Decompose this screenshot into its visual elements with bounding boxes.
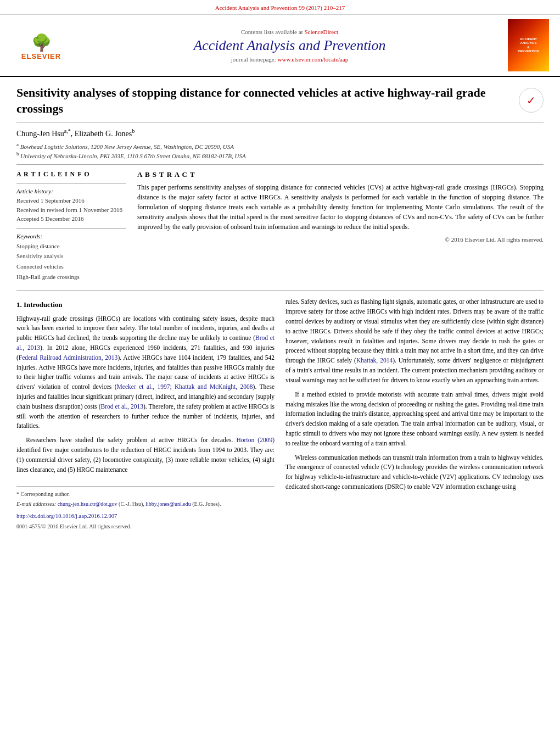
issn-line: 0001-4575/© 2016 Elsevier Ltd. All right… [16,522,275,531]
homepage-url[interactable]: www.elsevier.com/locate/aap [278,56,349,63]
article-info-abstract-section: A R T I C L E I N F O Article history: R… [16,164,544,282]
article-title-section: Sensitivity analyses of stopping distanc… [16,85,544,122]
body-col-left: 1. Introduction Highway-rail grade cross… [16,297,275,532]
authors-line: Chung-Jen Hsua,*, Elizabeth G. Jonesb [16,128,544,138]
ref-brod2013b[interactable]: Brod et al., 2013 [100,403,143,410]
author-b-name: Jones [115,130,132,138]
ref-khattak2014[interactable]: Khattak, 2014 [356,357,393,364]
doi-line: http://dx.doi.org/10.1016/j.aap.2016.12.… [16,512,275,521]
keyword-1: Stopping distance [16,241,126,252]
body-col1-para1: Highway-rail grade crossings (HRGCs) are… [16,314,275,432]
elsevier-text: ELSEVIER [21,52,61,60]
doi-link[interactable]: http://dx.doi.org/10.1016/j.aap.2016.12.… [16,513,117,519]
article-info-header: A R T I C L E I N F O [16,170,126,178]
email2-link[interactable]: libby.jones@unl.edu [145,501,191,507]
title-text: Sensitivity analyses of stopping distanc… [16,85,513,116]
corresponding-note: * Corresponding author. [16,490,275,499]
accepted-date: Accepted 5 December 2016 [16,214,126,224]
journal-citation-link[interactable]: Accident Analysis and Prevention 99 (201… [215,4,345,11]
history-header: Article history: [16,188,126,194]
affil-b-text: University of Nebraska-Lincoln, PKI 203E… [20,152,245,159]
homepage-line: journal homepage: www.elsevier.com/locat… [77,56,502,63]
body-col2-para1: rules. Safety devices, such as flashing … [285,297,544,385]
footnote-section: * Corresponding author. E-mail addresses… [16,486,275,531]
ref-horton2009[interactable]: Horton (2009) [237,437,275,443]
author-b-sup: b [132,128,135,134]
journal-top-bar: Accident Analysis and Prevention 99 (201… [0,0,560,15]
affiliation-a: a Bowhead Logistic Solutions, 1200 New J… [16,142,544,150]
article-title: Sensitivity analyses of stopping distanc… [16,85,513,116]
received-revised-date: Received in revised form 1 November 2016 [16,205,126,215]
body-col1-para2: Researchers have studied the safety prob… [16,436,275,475]
elsevier-tree-icon: 🌳 [31,33,52,52]
email-note: E-mail addresses: chung-jen.hsu.ctr@dot.… [16,500,275,509]
keyword-3: Connected vehicles [16,261,126,272]
author-a: Chung-Jen Hsu [16,130,64,138]
affiliation-b: b University of Nebraska-Lincoln, PKI 20… [16,151,544,159]
received-date: Received 1 September 2016 [16,196,126,205]
keywords-list: Stopping distance Sensitivity analysis C… [16,241,126,282]
body-col2-para2: If a method existed to provide motorists… [285,390,544,449]
homepage-label: journal homepage: [231,56,276,63]
journal-name: Accident Analysis and Prevention [77,37,502,54]
email-label: E-mail addresses: [16,501,56,507]
journal-center-info: Contents lists available at ScienceDirec… [77,29,502,63]
affiliations: a Bowhead Logistic Solutions, 1200 New J… [16,142,544,159]
section1-heading: 1. Introduction [16,299,275,310]
keywords-header: Keywords: [16,233,126,239]
info-divider-1 [16,183,126,183]
crossmark-badge: ✓ [519,88,544,113]
info-divider-2 [16,228,126,228]
email2-name: (E.G. Jones). [192,501,221,507]
email1-link[interactable]: chung-jen.hsu.ctr@dot.gov [58,501,117,507]
author-a-sup: a,* [64,128,71,134]
ref-meeker1997[interactable]: Meeker et al., 1997; Khattak and McKnigh… [117,383,253,390]
body-col-right: rules. Safety devices, such as flashing … [285,297,544,532]
contents-line: Contents lists available at ScienceDirec… [77,29,502,35]
article-info-panel: A R T I C L E I N F O Article history: R… [16,170,126,282]
cover-title: ACCIDENTANALYSIS&PREVENTION [518,37,539,53]
email1-name: (C.-J. Hsu), [119,501,144,507]
elsevier-logo: 🌳 ELSEVIER [11,30,71,60]
journal-header: 🌳 ELSEVIER Contents lists available at S… [0,15,560,77]
abstract-copyright: © 2016 Elsevier Ltd. All rights reserved… [137,235,544,244]
keyword-2: Sensitivity analysis [16,251,126,261]
ref-fra2013[interactable]: Federal Railroad Administration, 2013 [19,354,118,361]
body-col2-para3: Wireless communication methods can trans… [285,453,544,492]
journal-cover: ACCIDENTANALYSIS&PREVENTION [508,19,549,71]
ref-brod2013[interactable]: Brod et al., 2013 [16,334,275,351]
sciencedirect-link[interactable]: ScienceDirect [304,29,338,35]
abstract-header: A B S T R A C T [137,170,544,179]
main-content: Sensitivity analyses of stopping distanc… [0,77,560,543]
body-section: 1. Introduction Highway-rail grade cross… [16,290,544,532]
contents-label: Contents lists available at [241,29,303,35]
abstract-section: A B S T R A C T This paper performs sens… [137,170,544,282]
keyword-4: High-Rail grade crossings [16,272,126,282]
affil-a-text: Bowhead Logistic Solutions, 1200 New Jer… [20,143,234,150]
abstract-text: This paper performs sensitivity analyses… [137,182,544,232]
